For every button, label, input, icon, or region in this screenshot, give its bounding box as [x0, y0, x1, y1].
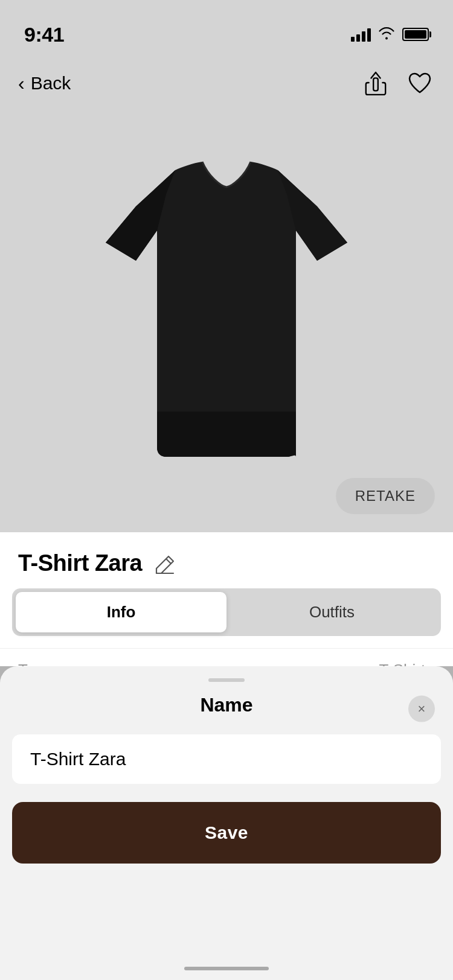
status-icons [351, 27, 429, 42]
battery-icon [402, 28, 429, 41]
favorite-button[interactable] [405, 68, 435, 98]
status-time: 9:41 [24, 23, 64, 46]
nav-bar: ‹ Back [0, 57, 453, 110]
close-icon: × [418, 701, 426, 716]
tab-outfits[interactable]: Outfits [226, 592, 437, 632]
wifi-icon [378, 27, 395, 42]
sheet-handle [208, 678, 245, 682]
sheet-title: Name [200, 694, 252, 716]
svg-rect-0 [373, 78, 378, 91]
signal-icon [351, 27, 371, 42]
tabs-row: Info Outfits [12, 588, 441, 636]
back-label: Back [31, 73, 71, 94]
name-input[interactable] [30, 749, 423, 769]
status-bar: 9:41 [0, 0, 453, 57]
sheet-close-button[interactable]: × [408, 695, 435, 722]
nav-actions [365, 68, 435, 98]
name-input-container [12, 734, 441, 784]
bottom-sheet-overlay: Name × Save [0, 666, 453, 980]
tabs-container: Info Outfits [0, 588, 453, 648]
tab-info[interactable]: Info [16, 592, 226, 632]
bottom-sheet: Name × Save [0, 666, 453, 980]
product-title-row: T-Shirt Zara [0, 532, 453, 588]
back-chevron-icon: ‹ [18, 72, 25, 95]
retake-button[interactable]: RETAKE [336, 478, 435, 514]
save-button[interactable]: Save [12, 802, 441, 864]
product-title: T-Shirt Zara [18, 550, 142, 576]
share-button[interactable] [365, 71, 387, 95]
edit-button[interactable] [154, 554, 176, 576]
product-image-area: RETAKE [0, 110, 453, 532]
home-indicator [184, 967, 269, 970]
sheet-handle-area [0, 666, 453, 688]
sheet-header: Name × [0, 688, 453, 734]
product-image [82, 146, 371, 484]
back-button[interactable]: ‹ Back [18, 72, 71, 95]
svg-line-1 [166, 559, 171, 564]
